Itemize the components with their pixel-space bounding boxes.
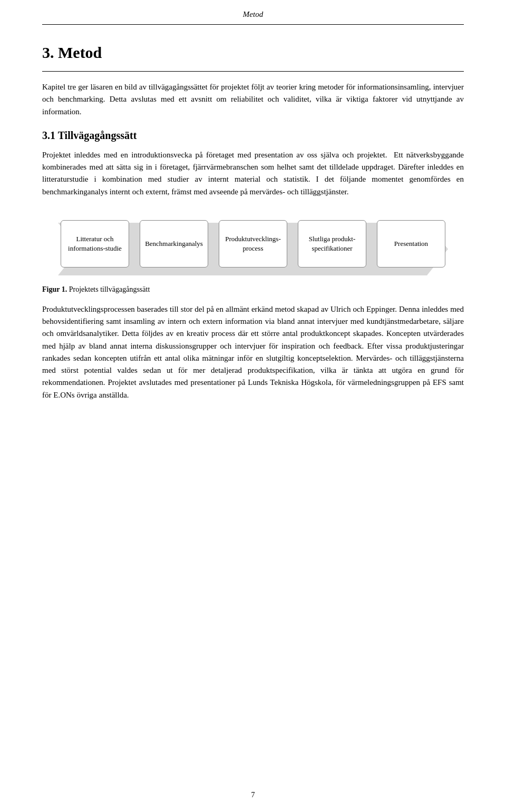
process-step-4: Slutliga produkt­specifika­tioner [298, 220, 366, 268]
page-number: 7 [251, 791, 255, 799]
section1-para1: Projektet inleddes med en introduktionsv… [42, 149, 464, 198]
figure-caption-prefix: Figur 1. [42, 285, 67, 293]
process-step-5: Presentation [377, 220, 445, 268]
chapter-title: 3. Metod [42, 44, 464, 62]
chapter-rule [42, 71, 464, 72]
process-diagram: Litteratur och informations­-studie Benc… [42, 215, 464, 273]
page-header: Metod [42, 0, 464, 25]
figure-caption-text: Projektets tillvägagångssätt [67, 285, 150, 293]
intro-paragraph: Kapitel tre ger läsaren en bild av tillv… [42, 81, 464, 118]
page-container: Metod 3. Metod Kapitel tre ger läsaren e… [0, 0, 506, 812]
process-step-2: Bench­marking­analys [140, 220, 208, 268]
figure-caption: Figur 1. Projektets tillvägagångssätt [42, 285, 464, 294]
process-step-3: Produkt­utvecklings­process [219, 220, 287, 268]
process-step-1: Litteratur och informations­-studie [61, 220, 129, 268]
header-title: Metod [243, 10, 263, 18]
page-footer: 7 [0, 791, 506, 799]
section1-heading: 3.1 Tillvägagångssätt [42, 130, 464, 142]
section2-para1: Produktutvecklingsprocessen baserades ti… [42, 303, 464, 401]
